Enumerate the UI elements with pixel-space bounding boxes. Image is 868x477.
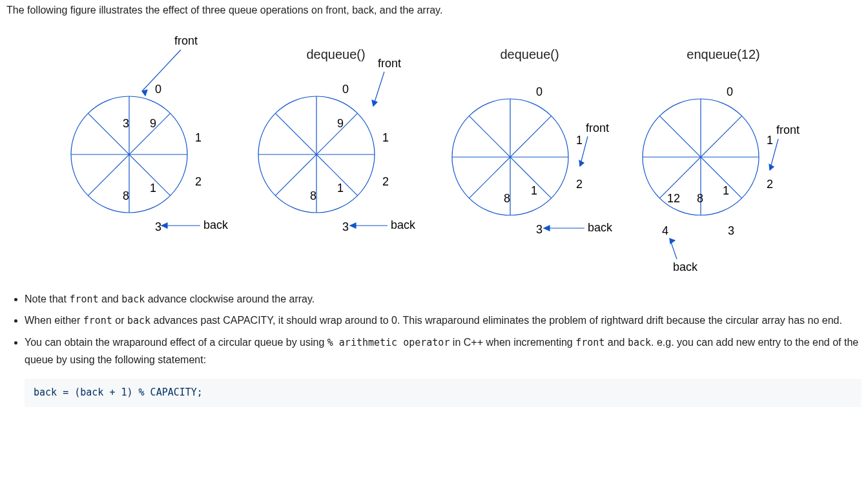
- idx-3: 3: [342, 220, 349, 233]
- val-5: 8: [123, 189, 129, 202]
- idx-0: 0: [727, 85, 733, 98]
- front-label: front: [378, 57, 401, 70]
- back-label: back: [588, 221, 613, 234]
- panel-dequeue-1: dequeue() 0 1 2 3 9 1 8 front back: [239, 32, 433, 264]
- note-1: Note that front and back advance clockwi…: [25, 290, 862, 308]
- back-label: back: [391, 218, 416, 231]
- idx-3: 3: [728, 224, 734, 237]
- panel-initial: 0 1 2 3 9 1 3 8 front back: [45, 32, 239, 264]
- val-6: 1: [337, 182, 344, 195]
- idx-0: 0: [155, 83, 161, 96]
- val-5: 8: [504, 192, 510, 205]
- idx-2: 2: [767, 178, 773, 191]
- idx-2: 2: [195, 175, 202, 188]
- idx-0: 0: [536, 85, 542, 98]
- figure-row: 0 1 2 3 9 1 3 8 front back dequeue(): [45, 32, 862, 264]
- svg-line-12: [373, 72, 384, 106]
- intro-text: The following figure illustrates the eff…: [6, 3, 862, 19]
- val-6: 1: [150, 182, 156, 195]
- idx-1: 1: [767, 134, 773, 147]
- val-7: 3: [123, 117, 129, 130]
- idx-4: 4: [662, 224, 668, 237]
- note-3: You can obtain the wraparound effect of …: [25, 334, 862, 369]
- panel-dequeue-2: dequeue() 0 1 2 3 1 8 front back: [433, 32, 626, 264]
- val-5: 8: [310, 189, 316, 202]
- idx-2: 2: [382, 175, 389, 188]
- val-6: 1: [723, 184, 729, 197]
- val-4: 12: [667, 192, 680, 205]
- idx-3: 3: [155, 220, 161, 233]
- val-0: 9: [337, 117, 344, 130]
- front-label: front: [776, 123, 800, 136]
- idx-1: 1: [195, 131, 202, 144]
- notes-list: Note that front and back advance clockwi…: [6, 290, 862, 369]
- idx-0: 0: [342, 83, 349, 96]
- val-6: 1: [531, 184, 537, 197]
- back-label: back: [673, 260, 698, 273]
- panel-enqueue: enqueue(12) 0 1 2 3 4 1 8 12 front back: [626, 32, 820, 264]
- front-label: front: [174, 34, 198, 47]
- idx-3: 3: [536, 223, 542, 236]
- idx-1: 1: [382, 131, 389, 144]
- val-5: 8: [697, 192, 703, 205]
- note-2: When either front or back advances past …: [25, 312, 862, 330]
- code-block: back = (back + 1) % CAPACITY;: [25, 379, 862, 407]
- val-0: 9: [150, 117, 156, 130]
- idx-2: 2: [576, 178, 583, 191]
- back-label: back: [203, 218, 229, 231]
- front-label: front: [586, 122, 609, 134]
- idx-1: 1: [576, 134, 583, 147]
